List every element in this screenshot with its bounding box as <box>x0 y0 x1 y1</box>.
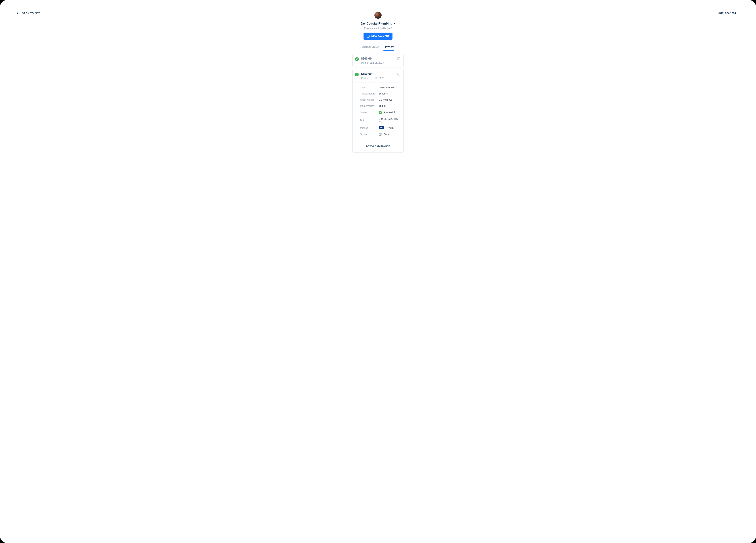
payment-paid-on: Paid on Jan 15, 2023 <box>361 61 384 64</box>
detail-label: Source <box>360 133 379 135</box>
center-column: Jay Coastal Plumbing Payment not listed … <box>352 12 404 153</box>
svg-point-15 <box>380 133 381 134</box>
detail-row-method: Method VISA ••••4583 <box>360 126 400 129</box>
check-circle-icon <box>355 57 359 61</box>
back-to-site-link[interactable]: BACK TO SITE <box>17 12 40 14</box>
svg-point-10 <box>399 74 399 74</box>
svg-point-4 <box>399 59 399 59</box>
svg-point-17 <box>381 133 382 134</box>
calendar-icon <box>397 72 400 76</box>
tab-history[interactable]: HISTORY <box>383 46 394 51</box>
svg-point-12 <box>398 74 399 75</box>
detail-row-status: Status Successful <box>360 111 400 114</box>
detail-value: $59.99 <box>379 104 386 107</box>
business-avatar <box>374 12 382 19</box>
detail-row-type: Type Direct Payment <box>360 86 400 89</box>
check-circle-icon <box>355 73 359 76</box>
phone-dropdown[interactable]: (347) 574-1234 <box>718 12 739 14</box>
payment-paid-on: Paid on Dec 25, 2022 <box>361 77 384 79</box>
detail-row-date: Date Dec 25, 2022 6:49 AM <box>360 117 400 123</box>
detail-label: Date <box>360 119 379 122</box>
arrow-left-icon <box>17 12 20 14</box>
svg-point-11 <box>398 74 398 75</box>
source-text: Sites <box>384 133 389 135</box>
payment-card: $200.00 Paid on Jan 15, 2023 <box>352 54 404 67</box>
check-circle-icon <box>379 111 382 114</box>
detail-row-transaction-id: Transaction ID 5849574 <box>360 92 400 95</box>
payment-card-header[interactable]: $150.00 Paid on Dec 25, 2022 <box>353 69 403 82</box>
detail-label: Transaction ID <box>360 92 379 95</box>
detail-label: Order Number <box>360 98 379 101</box>
payment-amount: $150.00 <box>361 72 384 76</box>
sites-icon <box>379 133 382 136</box>
svg-point-9 <box>398 74 399 74</box>
detail-value: Sites <box>379 133 389 136</box>
svg-point-6 <box>398 59 399 59</box>
visa-badge-icon: VISA <box>379 126 384 129</box>
calendar-icon <box>397 57 400 61</box>
status-text: Successful <box>383 111 395 114</box>
plus-circle-icon <box>367 35 370 38</box>
detail-label: Paid Amount <box>360 104 379 107</box>
detail-value: 5849574 <box>379 92 388 95</box>
tabs: OUTSTANDING HISTORY <box>362 46 394 51</box>
new-payment-label: NEW PAYMENT <box>371 35 389 37</box>
back-label: BACK TO SITE <box>22 12 40 14</box>
subtext: Payment not listed below? <box>364 27 392 29</box>
detail-label: Type <box>360 86 379 89</box>
payment-card: $150.00 Paid on Dec 25, 2022 <box>352 69 404 153</box>
svg-point-2 <box>398 59 398 59</box>
detail-value: Successful <box>379 111 395 114</box>
svg-point-3 <box>398 59 399 59</box>
svg-point-5 <box>398 59 398 59</box>
phone-number: (347) 574-1234 <box>718 12 736 14</box>
detail-value: Dec 25, 2022 6:49 AM <box>379 117 400 123</box>
svg-point-16 <box>381 133 381 134</box>
caret-down-icon <box>737 13 739 14</box>
detail-row-order-number: Order Number GS-4945388 <box>360 98 400 101</box>
card-last4: ••••4583 <box>385 126 394 129</box>
new-payment-button[interactable]: NEW PAYMENT <box>364 33 392 40</box>
payment-card-header[interactable]: $200.00 Paid on Jan 15, 2023 <box>353 54 403 67</box>
detail-value: Direct Payment <box>379 86 395 89</box>
detail-label: Status <box>360 111 379 114</box>
download-invoice-button[interactable]: DOWNLOAD INVOICE <box>363 143 393 149</box>
caret-down-icon <box>394 23 396 24</box>
svg-point-8 <box>398 74 398 74</box>
tab-outstanding[interactable]: OUTSTANDING <box>362 46 379 51</box>
app-frame: BACK TO SITE (347) 574-1234 Jay Coastal … <box>0 0 756 543</box>
business-selector[interactable]: Jay Coastal Plumbing <box>360 22 395 25</box>
payment-history-list: $200.00 Paid on Jan 15, 2023 <box>352 54 404 153</box>
business-name: Jay Coastal Plumbing <box>360 22 392 25</box>
detail-value: GS-4945388 <box>379 98 392 101</box>
svg-rect-14 <box>380 133 382 135</box>
detail-label: Method <box>360 126 379 129</box>
payment-amount: $200.00 <box>361 57 384 60</box>
download-row: DOWNLOAD INVOICE <box>353 140 403 152</box>
detail-value: VISA ••••4583 <box>379 126 394 129</box>
payment-details: Type Direct Payment Transaction ID 58495… <box>353 83 403 140</box>
detail-row-source: Source Sites <box>360 133 400 136</box>
detail-row-paid-amount: Paid Amount $59.99 <box>360 104 400 107</box>
